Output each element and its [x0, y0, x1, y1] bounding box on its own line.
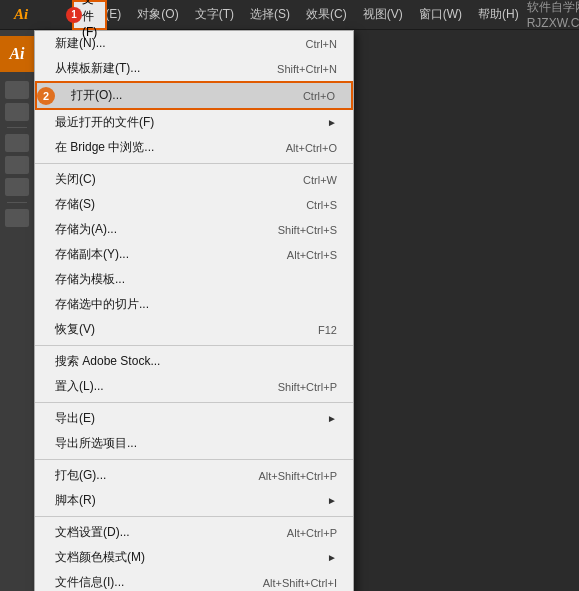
- menu-item-open-shortcut: Ctrl+O: [303, 90, 335, 102]
- menu-item-close-label: 关闭(C): [55, 171, 96, 188]
- scripts-arrow-icon: ►: [327, 495, 337, 506]
- step1-badge: 1: [66, 7, 82, 23]
- separator-5: [35, 516, 353, 517]
- menu-item-revert[interactable]: 恢复(V) F12: [35, 317, 353, 342]
- menu-item-recent[interactable]: 最近打开的文件(F) ►: [35, 110, 353, 135]
- step2-badge: 2: [37, 87, 55, 105]
- menu-select[interactable]: 选择(S): [242, 0, 298, 29]
- ai-logo-text: Ai: [9, 45, 24, 63]
- app-logo: Ai: [4, 0, 38, 30]
- menu-item-save-template-label: 存储为模板...: [55, 271, 125, 288]
- menu-item-revert-shortcut: F12: [318, 324, 337, 336]
- menu-item-doc-settings-shortcut: Alt+Ctrl+P: [287, 527, 337, 539]
- tool-2[interactable]: [5, 103, 29, 121]
- menu-item-save-slices[interactable]: 存储选中的切片...: [35, 292, 353, 317]
- menu-item-file-info-label: 文件信息(I)...: [55, 574, 124, 591]
- menu-item-new-label: 新建(N)...: [55, 35, 106, 52]
- menubar: Ai 1 文件(F) 编辑(E) 对象(O) 文字(T) 选择(S) 效果(C)…: [0, 0, 579, 30]
- recent-arrow-icon: ►: [327, 117, 337, 128]
- menu-item-color-mode-label: 文档颜色模式(M): [55, 549, 145, 566]
- menu-item-close[interactable]: 关闭(C) Ctrl+W: [35, 167, 353, 192]
- menu-file-label: 文件(F): [82, 0, 97, 39]
- menu-item-scripts[interactable]: 脚本(R) ►: [35, 488, 353, 513]
- menu-item-save-label: 存储(S): [55, 196, 95, 213]
- menu-item-package-label: 打包(G)...: [55, 467, 106, 484]
- menu-item-open-label: 打开(O)...: [57, 87, 122, 104]
- menu-item-adobe-stock-label: 搜索 Adobe Stock...: [55, 353, 160, 370]
- menu-effect[interactable]: 效果(C): [298, 0, 355, 29]
- menu-item-save-slices-label: 存储选中的切片...: [55, 296, 149, 313]
- menu-item-file-info-shortcut: Alt+Shift+Ctrl+I: [263, 577, 337, 589]
- separator-4: [35, 459, 353, 460]
- menu-item-file-info[interactable]: 文件信息(I)... Alt+Shift+Ctrl+I: [35, 570, 353, 591]
- menu-help[interactable]: 帮助(H): [470, 0, 527, 29]
- menu-view[interactable]: 视图(V): [355, 0, 411, 29]
- separator-2: [35, 345, 353, 346]
- menu-item-export-selected[interactable]: 导出所选项目...: [35, 431, 353, 456]
- menu-item-bridge-shortcut: Alt+Ctrl+O: [286, 142, 337, 154]
- menu-item-close-shortcut: Ctrl+W: [303, 174, 337, 186]
- menu-item-save-template[interactable]: 存储为模板...: [35, 267, 353, 292]
- menu-object[interactable]: 对象(O): [129, 0, 186, 29]
- menu-item-save-as-shortcut: Shift+Ctrl+S: [278, 224, 337, 236]
- menu-item-save-as[interactable]: 存储为(A)... Shift+Ctrl+S: [35, 217, 353, 242]
- menu-item-place-label: 置入(L)...: [55, 378, 104, 395]
- menu-text[interactable]: 文字(T): [187, 0, 242, 29]
- menu-item-doc-settings[interactable]: 文档设置(D)... Alt+Ctrl+P: [35, 520, 353, 545]
- file-dropdown-menu: 新建(N)... Ctrl+N 从模板新建(T)... Shift+Ctrl+N…: [34, 30, 354, 591]
- tool-divider-1: [7, 127, 27, 128]
- tool-5[interactable]: [5, 178, 29, 196]
- menu-item-save-copy-shortcut: Alt+Ctrl+S: [287, 249, 337, 261]
- menu-item-export[interactable]: 导出(E) ►: [35, 406, 353, 431]
- menu-item-save-copy-label: 存储副本(Y)...: [55, 246, 129, 263]
- menu-item-package[interactable]: 打包(G)... Alt+Shift+Ctrl+P: [35, 463, 353, 488]
- menu-item-save-as-label: 存储为(A)...: [55, 221, 117, 238]
- tool-divider-2: [7, 202, 27, 203]
- tool-3[interactable]: [5, 134, 29, 152]
- export-arrow-icon: ►: [327, 413, 337, 424]
- tool-6[interactable]: [5, 209, 29, 227]
- menu-item-adobe-stock[interactable]: 搜索 Adobe Stock...: [35, 349, 353, 374]
- menu-item-export-label: 导出(E): [55, 410, 95, 427]
- menu-item-revert-label: 恢复(V): [55, 321, 95, 338]
- menu-item-bridge-label: 在 Bridge 中浏览...: [55, 139, 154, 156]
- menu-item-open[interactable]: 2 打开(O)... Ctrl+O: [35, 81, 353, 110]
- menu-item-doc-settings-label: 文档设置(D)...: [55, 524, 130, 541]
- menu-item-place[interactable]: 置入(L)... Shift+Ctrl+P: [35, 374, 353, 399]
- menu-item-new-shortcut: Ctrl+N: [306, 38, 337, 50]
- menu-item-export-selected-label: 导出所选项目...: [55, 435, 137, 452]
- color-mode-arrow-icon: ►: [327, 552, 337, 563]
- menu-item-new-template-shortcut: Shift+Ctrl+N: [277, 63, 337, 75]
- watermark: 软件自学网：RJZXW.COM: [527, 0, 579, 30]
- menu-item-new-template[interactable]: 从模板新建(T)... Shift+Ctrl+N: [35, 56, 353, 81]
- menu-item-bridge[interactable]: 在 Bridge 中浏览... Alt+Ctrl+O: [35, 135, 353, 160]
- tool-1[interactable]: [5, 81, 29, 99]
- tool-4[interactable]: [5, 156, 29, 174]
- menu-item-scripts-label: 脚本(R): [55, 492, 96, 509]
- menu-item-save-shortcut: Ctrl+S: [306, 199, 337, 211]
- left-toolbar: Ai: [0, 30, 34, 591]
- separator-3: [35, 402, 353, 403]
- menu-item-new-template-label: 从模板新建(T)...: [55, 60, 140, 77]
- separator-1: [35, 163, 353, 164]
- menu-item-save[interactable]: 存储(S) Ctrl+S: [35, 192, 353, 217]
- menu-item-color-mode[interactable]: 文档颜色模式(M) ►: [35, 545, 353, 570]
- menu-item-place-shortcut: Shift+Ctrl+P: [278, 381, 337, 393]
- menu-window[interactable]: 窗口(W): [411, 0, 470, 29]
- menu-item-save-copy[interactable]: 存储副本(Y)... Alt+Ctrl+S: [35, 242, 353, 267]
- menu-item-recent-label: 最近打开的文件(F): [55, 114, 154, 131]
- ai-logo-sidebar: Ai: [0, 36, 35, 72]
- menu-file[interactable]: 1 文件(F): [72, 0, 107, 30]
- menu-item-package-shortcut: Alt+Shift+Ctrl+P: [258, 470, 337, 482]
